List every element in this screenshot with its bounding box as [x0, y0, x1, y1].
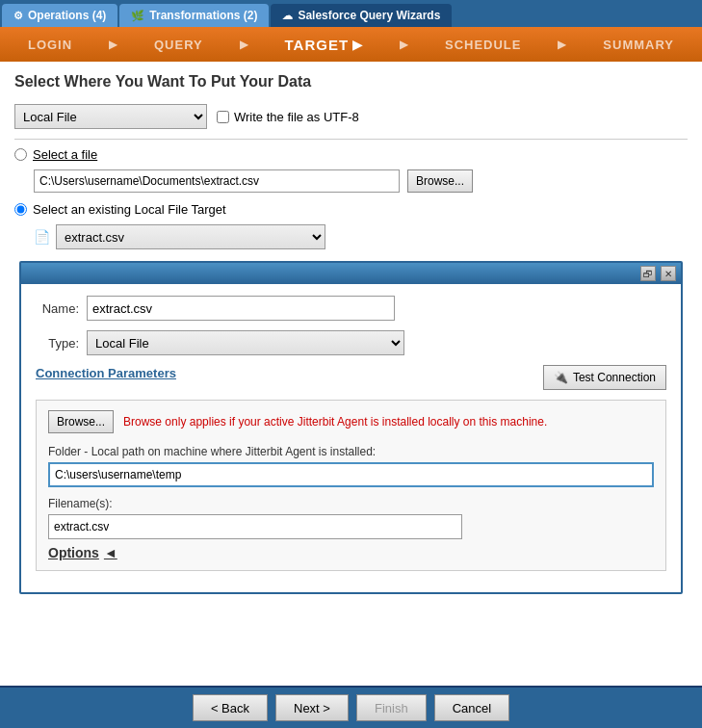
conn-params-box: Browse... Browse only applies if your ac…	[36, 400, 666, 571]
tab-salesforce[interactable]: ☁ Salesforce Query Wizards	[271, 4, 452, 27]
browse-file-button[interactable]: Browse...	[407, 169, 473, 193]
existing-file-icon: 📄	[34, 229, 50, 245]
filename-field: Filename(s):	[48, 497, 654, 539]
options-toggle[interactable]: Options ◄	[48, 545, 654, 560]
modal-body: Name: Type: Local File FTP Database Conn…	[21, 284, 681, 592]
conn-params-header: Connection Parameters 🔌 Test Connection	[36, 365, 666, 390]
existing-file-row: 📄 extract.csv	[34, 224, 688, 249]
next-button[interactable]: Next >	[275, 694, 349, 721]
name-field-row: Name:	[36, 296, 666, 321]
name-input[interactable]	[87, 296, 395, 321]
name-label: Name:	[36, 301, 79, 316]
button-bar: < Back Next > Finish Cancel	[0, 686, 702, 728]
file-path-input[interactable]	[34, 169, 400, 193]
close-icon: ✕	[664, 269, 672, 279]
conn-params-title: Connection Parameters	[36, 366, 176, 380]
modal-panel: 🗗 ✕ Name: Type: Local File FTP	[19, 261, 683, 594]
target-type-dropdown[interactable]: Local File FTP Database Salesforce	[14, 104, 207, 129]
restore-icon: 🗗	[643, 269, 653, 279]
cancel-button[interactable]: Cancel	[434, 694, 509, 721]
page-title: Select Where You Want To Put Your Data	[14, 73, 688, 91]
select-file-radio-option: Select a file	[14, 147, 688, 162]
browse-row: Browse... Browse only applies if your ac…	[48, 410, 654, 433]
modal-header: 🗗 ✕	[21, 263, 681, 284]
target-type-row: Local File FTP Database Salesforce Write…	[14, 104, 688, 129]
step-target: TARGET ▶	[285, 37, 364, 53]
arrow-2: ▶	[240, 38, 248, 51]
type-label: Type:	[36, 336, 79, 351]
select-existing-radio[interactable]	[14, 203, 27, 216]
tab-operations[interactable]: ⚙ Operations (4)	[2, 4, 117, 27]
step-query: QUERY	[154, 38, 203, 52]
select-existing-label: Select an existing Local File Target	[33, 202, 226, 217]
type-dropdown[interactable]: Local File FTP Database	[87, 330, 404, 355]
restore-button[interactable]: 🗗	[640, 266, 656, 281]
arrow-1: ▶	[109, 38, 117, 51]
conn-browse-button[interactable]: Browse...	[48, 410, 114, 433]
options-arrow: ◄	[104, 545, 117, 560]
tab-operations-label: Operations (4)	[28, 9, 106, 22]
select-file-radio[interactable]	[14, 148, 27, 161]
step-summary: SUMMARY	[603, 38, 674, 52]
close-button[interactable]: ✕	[661, 266, 676, 281]
utf8-checkbox-label: Write the file as UTF-8	[217, 110, 359, 124]
step-schedule: SCHEDULE	[445, 38, 522, 52]
folder-input[interactable]	[48, 462, 654, 487]
test-connection-button[interactable]: 🔌 Test Connection	[543, 365, 666, 390]
main-content: Select Where You Want To Put Your Data L…	[0, 62, 702, 686]
leaf-icon: 🌿	[131, 10, 144, 22]
back-button[interactable]: < Back	[193, 694, 268, 721]
sf-icon: ☁	[282, 10, 293, 22]
filename-input[interactable]	[48, 514, 462, 539]
arrow-3: ▶	[400, 38, 408, 51]
select-file-label: Select a file	[33, 147, 97, 162]
folder-label: Folder - Local path on machine where Jit…	[48, 445, 654, 458]
browse-note: Browse only applies if your active Jitte…	[123, 415, 547, 429]
folder-field: Folder - Local path on machine where Jit…	[48, 445, 654, 497]
test-conn-icon: 🔌	[554, 371, 568, 384]
select-existing-radio-option: Select an existing Local File Target	[14, 202, 688, 217]
utf8-checkbox[interactable]	[217, 111, 229, 123]
tab-bar: ⚙ Operations (4) 🌿 Transformations (2) ☁…	[0, 0, 702, 27]
finish-button[interactable]: Finish	[356, 694, 427, 721]
type-field-row: Type: Local File FTP Database	[36, 330, 666, 355]
wizard-steps-bar: LOGIN ▶ QUERY ▶ TARGET ▶ ▶ SCHEDULE ▶ SU…	[0, 27, 702, 62]
tab-transformations[interactable]: 🌿 Transformations (2)	[119, 4, 269, 27]
step-login: LOGIN	[28, 38, 72, 52]
arrow-4: ▶	[558, 38, 566, 51]
tab-salesforce-label: Salesforce Query Wizards	[298, 9, 440, 22]
file-path-row: Browse...	[34, 169, 688, 193]
gear-icon: ⚙	[13, 10, 23, 22]
tab-transformations-label: Transformations (2)	[149, 9, 257, 22]
existing-file-dropdown[interactable]: extract.csv	[56, 224, 325, 249]
filename-label: Filename(s):	[48, 497, 654, 510]
